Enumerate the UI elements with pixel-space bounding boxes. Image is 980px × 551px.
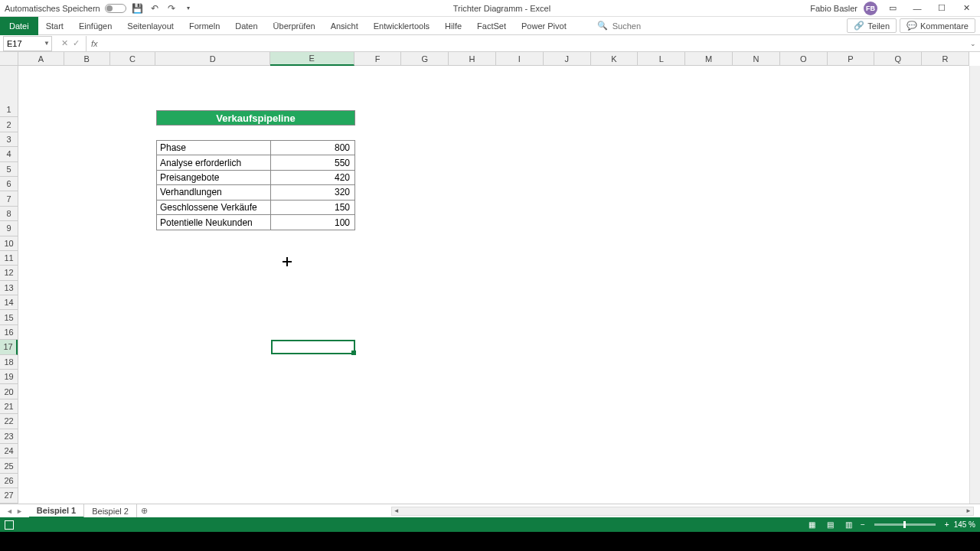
row-header-5[interactable]: 5 xyxy=(0,162,18,177)
comments-button[interactable]: 💬 Kommentare xyxy=(900,18,975,33)
zoom-out-icon[interactable]: − xyxy=(861,520,865,529)
horizontal-scrollbar[interactable]: ◄ ► xyxy=(391,507,974,516)
row-header-15[interactable]: 15 xyxy=(0,310,18,324)
row-header-19[interactable]: 19 xyxy=(0,370,18,384)
row-header-24[interactable]: 24 xyxy=(0,444,18,458)
col-header-C[interactable]: C xyxy=(110,52,156,66)
name-box-dropdown-icon[interactable]: ▼ xyxy=(44,40,50,47)
table-row[interactable]: Verhandlungen320 xyxy=(157,185,354,200)
row-header-8[interactable]: 8 xyxy=(0,207,18,221)
zoom-level[interactable]: 145 % xyxy=(954,520,975,529)
col-header-Q[interactable]: Q xyxy=(874,52,922,66)
table-cell-value[interactable]: 320 xyxy=(271,185,354,199)
row-header-2[interactable]: 2 xyxy=(0,117,18,132)
col-header-M[interactable]: M xyxy=(685,52,733,66)
select-all-corner[interactable] xyxy=(0,52,18,66)
table-row[interactable]: Geschlossene Verkäufe150 xyxy=(157,201,354,215)
tab-insert[interactable]: Einfügen xyxy=(71,17,119,35)
view-pagebreak-icon[interactable]: ▥ xyxy=(842,520,856,530)
table-cell-label[interactable]: Analyse erforderlich xyxy=(157,155,271,169)
active-cell-selection[interactable] xyxy=(271,340,355,354)
fx-icon[interactable]: fx xyxy=(87,39,103,48)
row-header-27[interactable]: 27 xyxy=(0,488,18,503)
col-header-I[interactable]: I xyxy=(496,52,544,66)
tell-me-search[interactable]: 🔍 xyxy=(597,21,689,31)
view-normal-icon[interactable]: ▦ xyxy=(805,520,819,530)
table-cell-label[interactable]: Verhandlungen xyxy=(157,185,271,199)
table-cell-label[interactable]: Potentielle Neukunden xyxy=(157,215,271,230)
view-pagelayout-icon[interactable]: ▤ xyxy=(824,520,838,530)
minimize-icon[interactable]: — xyxy=(908,1,926,16)
row-header-25[interactable]: 25 xyxy=(0,458,18,473)
table-cell-value[interactable]: 420 xyxy=(271,171,354,184)
row-header-23[interactable]: 23 xyxy=(0,429,18,444)
macro-record-icon[interactable] xyxy=(5,520,14,530)
row-header-6[interactable]: 6 xyxy=(0,177,18,191)
row-header-10[interactable]: 10 xyxy=(0,236,18,251)
close-icon[interactable]: ✕ xyxy=(957,1,975,16)
col-header-F[interactable]: F xyxy=(354,52,402,66)
col-header-G[interactable]: G xyxy=(401,52,449,66)
ribbon-options-icon[interactable]: ▭ xyxy=(884,1,902,16)
table-cell-value[interactable]: 100 xyxy=(271,215,354,230)
row-header-18[interactable]: 18 xyxy=(0,355,18,370)
table-title-cell[interactable]: Verkaufspipeline xyxy=(156,110,355,126)
tab-view[interactable]: Ansicht xyxy=(323,17,366,35)
hscroll-right-icon[interactable]: ► xyxy=(964,507,973,515)
formula-expand-icon[interactable]: ⌄ xyxy=(966,40,980,47)
row-header-26[interactable]: 26 xyxy=(0,474,18,488)
col-header-E[interactable]: E xyxy=(270,52,354,66)
tab-developer[interactable]: Entwicklertools xyxy=(366,17,437,35)
tab-start[interactable]: Start xyxy=(38,17,71,35)
sheet-nav-next-icon[interactable]: ► xyxy=(16,507,23,515)
maximize-icon[interactable]: ☐ xyxy=(933,1,951,16)
zoom-in-icon[interactable]: + xyxy=(945,520,949,529)
col-header-A[interactable]: A xyxy=(18,52,64,66)
row-header-9[interactable]: 9 xyxy=(0,221,18,236)
share-button[interactable]: 🔗 Teilen xyxy=(847,18,897,33)
undo-icon[interactable]: ↶ xyxy=(149,3,160,14)
col-header-J[interactable]: J xyxy=(544,52,591,66)
tab-formulas[interactable]: Formeln xyxy=(181,17,227,35)
table-cell-value[interactable]: 550 xyxy=(271,155,354,169)
search-input[interactable] xyxy=(612,21,689,31)
qat-dropdown-icon[interactable]: ▾ xyxy=(183,3,194,14)
col-header-P[interactable]: P xyxy=(828,52,875,66)
enter-icon[interactable]: ✓ xyxy=(73,38,80,48)
zoom-slider[interactable] xyxy=(874,523,936,526)
table-cell-label[interactable]: Preisangebote xyxy=(157,171,271,184)
table-row[interactable]: Analyse erforderlich550 xyxy=(157,155,354,170)
tab-factset[interactable]: FactSet xyxy=(469,17,514,35)
cells-area[interactable]: Verkaufspipeline Phase800Analyse erforde… xyxy=(18,66,969,504)
name-box[interactable]: E17 ▼ xyxy=(3,36,52,51)
col-header-R[interactable]: R xyxy=(922,52,969,66)
autosave-toggle[interactable]: Automatisches Speichern xyxy=(5,4,126,13)
user-avatar[interactable]: FB xyxy=(864,2,877,15)
tab-review[interactable]: Überprüfen xyxy=(266,17,323,35)
row-header-20[interactable]: 20 xyxy=(0,384,18,399)
add-sheet-button[interactable]: ⊕ xyxy=(137,506,152,516)
row-header-1[interactable]: 1 xyxy=(0,103,18,117)
table-cell-label[interactable]: Phase xyxy=(157,141,271,155)
col-header-B[interactable]: B xyxy=(64,52,110,66)
vertical-scrollbar[interactable] xyxy=(969,66,980,504)
table-cell-label[interactable]: Geschlossene Verkäufe xyxy=(157,201,271,214)
row-header-3[interactable]: 3 xyxy=(0,132,18,147)
col-header-K[interactable]: K xyxy=(591,52,639,66)
table-row[interactable]: Phase800 xyxy=(157,141,354,155)
row-header-4[interactable]: 4 xyxy=(0,147,18,161)
col-header-H[interactable]: H xyxy=(449,52,496,66)
tab-pagelayout[interactable]: Seitenlayout xyxy=(119,17,181,35)
table-row[interactable]: Potentielle Neukunden100 xyxy=(157,215,354,230)
sheet-nav-prev-icon[interactable]: ◄ xyxy=(6,507,13,515)
row-header-7[interactable]: 7 xyxy=(0,191,18,206)
redo-icon[interactable]: ↷ xyxy=(166,3,177,14)
col-header-N[interactable]: N xyxy=(733,52,780,66)
table-row[interactable]: Preisangebote420 xyxy=(157,171,354,185)
save-icon[interactable]: 💾 xyxy=(132,3,143,14)
tab-powerpivot[interactable]: Power Pivot xyxy=(514,17,574,35)
hscroll-left-icon[interactable]: ◄ xyxy=(392,507,401,515)
spreadsheet-grid[interactable]: ABCDEFGHIJKLMNOPQR 123456789101112131415… xyxy=(0,52,980,504)
row-header-22[interactable]: 22 xyxy=(0,414,18,429)
table-cell-value[interactable]: 150 xyxy=(271,201,354,214)
